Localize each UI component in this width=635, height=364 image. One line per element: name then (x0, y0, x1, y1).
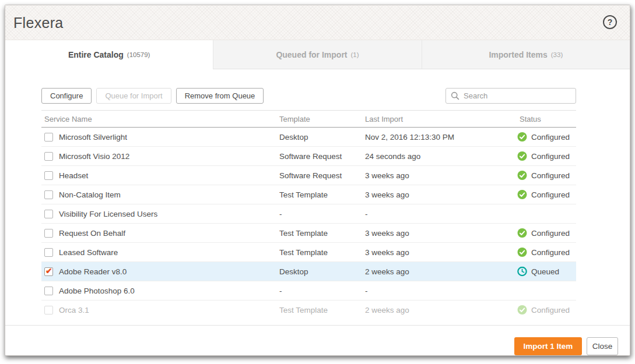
status-label: Configured (531, 248, 570, 257)
column-header-service-name[interactable]: Service Name (44, 115, 92, 123)
service-name-cell: Orca 3.1 (59, 306, 89, 314)
check-circle-icon (517, 248, 527, 257)
status-cell: Configured (517, 171, 570, 181)
tab-content: Configure Queue for Import Remove from Q… (5, 69, 630, 355)
status-label: Configured (531, 133, 570, 142)
status-label: Configured (531, 306, 570, 314)
status-label: Configured (531, 229, 570, 238)
status-cell: Configured (517, 151, 570, 161)
last-import-cell: 2 weeks ago (365, 267, 409, 276)
status-cell: Queued (517, 267, 559, 277)
row-checkbox[interactable] (44, 171, 53, 180)
app-title: Flexera (13, 14, 63, 31)
table-row[interactable]: Leased Software Test Template 3 weeks ag… (41, 243, 576, 262)
close-button[interactable]: Close (587, 337, 618, 355)
row-checkbox[interactable] (44, 267, 53, 276)
tab-bar: Entire Catalog (10579) Queued for Import… (5, 40, 630, 69)
template-cell: Desktop (279, 267, 308, 276)
last-import-cell: - (365, 287, 368, 295)
tab-imported-items[interactable]: Imported Items (33) (422, 40, 630, 69)
queue-for-import-button[interactable]: Queue for Import (96, 88, 171, 104)
row-checkbox[interactable] (44, 152, 53, 161)
configure-button[interactable]: Configure (41, 88, 92, 104)
last-import-cell: Nov 2, 2016 12:13:30 PM (365, 133, 454, 142)
table-row[interactable]: Orca 3.1 Test Template 2 weeks ago Confi… (41, 301, 576, 316)
status-cell: Configured (517, 305, 570, 315)
service-name-cell: Adobe Photoshop 6.0 (59, 287, 135, 295)
remove-from-queue-button[interactable]: Remove from Queue (176, 88, 264, 104)
template-cell: Software Request (279, 152, 342, 161)
import-items-button[interactable]: Import 1 Item (514, 337, 582, 355)
service-name-cell: Microsoft Visio 2012 (59, 152, 129, 161)
row-checkbox[interactable] (44, 306, 53, 314)
row-checkbox[interactable] (44, 229, 53, 238)
template-cell: Test Template (279, 248, 328, 257)
column-header-last-import[interactable]: Last Import (365, 115, 403, 123)
check-circle-icon (517, 171, 527, 181)
tab-count: (33) (551, 51, 563, 58)
template-cell: - (279, 210, 282, 218)
table-row[interactable]: Headset Software Request 3 weeks ago Con… (41, 166, 576, 185)
status-cell: Configured (517, 190, 570, 200)
table-body: Microsoft Silverlight Desktop Nov 2, 201… (41, 128, 576, 316)
row-checkbox[interactable] (44, 133, 53, 142)
catalog-table: Service Name Template Last Import Status… (41, 110, 576, 316)
search-icon (451, 91, 459, 100)
last-import-cell: - (365, 210, 368, 218)
template-cell: Test Template (279, 190, 328, 199)
row-checkbox[interactable] (44, 248, 53, 257)
last-import-cell: 3 weeks ago (365, 171, 409, 180)
status-label: Configured (531, 152, 570, 161)
table-header: Service Name Template Last Import Status (41, 110, 576, 128)
tab-entire-catalog[interactable]: Entire Catalog (10579) (5, 40, 213, 69)
search-box (445, 88, 576, 104)
check-circle-icon (517, 305, 527, 315)
column-header-template[interactable]: Template (279, 115, 310, 123)
tab-queued-for-import[interactable]: Queued for Import (1) (213, 40, 421, 69)
clock-icon (517, 267, 527, 277)
search-input[interactable] (464, 91, 571, 100)
toolbar: Configure Queue for Import Remove from Q… (41, 88, 576, 104)
row-checkbox[interactable] (44, 287, 53, 295)
flexera-dialog: Flexera ? Entire Catalog (10579) Queued … (5, 5, 630, 356)
row-checkbox[interactable] (44, 210, 53, 218)
check-circle-icon (517, 190, 527, 200)
status-label: Configured (531, 171, 570, 180)
footer-divider (5, 325, 630, 326)
tab-label: Imported Items (489, 50, 547, 59)
last-import-cell: 2 weeks ago (365, 306, 409, 314)
status-cell: Configured (517, 248, 570, 257)
check-circle-icon (517, 132, 527, 142)
service-name-cell: Request On Behalf (59, 229, 125, 238)
service-name-cell: Visibility For Licensed Users (59, 210, 157, 218)
check-circle-icon (517, 151, 527, 161)
check-circle-icon (517, 228, 527, 238)
status-cell: Configured (517, 228, 570, 238)
table-row[interactable]: Adobe Photoshop 6.0 - - (41, 281, 576, 301)
table-row[interactable]: Microsoft Silverlight Desktop Nov 2, 201… (41, 128, 576, 147)
table-row[interactable]: Microsoft Visio 2012 Software Request 24… (41, 147, 576, 166)
service-name-cell: Microsoft Silverlight (59, 133, 127, 142)
column-header-status[interactable]: Status (520, 115, 541, 123)
tab-label: Queued for Import (276, 50, 347, 59)
table-row[interactable]: Non-Catalog Item Test Template 3 weeks a… (41, 185, 576, 204)
tab-count: (10579) (127, 51, 150, 58)
template-cell: - (279, 287, 282, 295)
status-label: Configured (531, 190, 570, 199)
template-cell: Software Request (279, 171, 342, 180)
service-name-cell: Adobe Reader v8.0 (59, 267, 127, 276)
row-checkbox[interactable] (44, 190, 53, 199)
last-import-cell: 3 weeks ago (365, 190, 409, 199)
service-name-cell: Leased Software (59, 248, 118, 257)
tab-count: (1) (351, 51, 359, 58)
last-import-cell: 3 weeks ago (365, 248, 409, 257)
last-import-cell: 24 seconds ago (365, 152, 420, 161)
table-row[interactable]: Adobe Reader v8.0 Desktop 2 weeks ago Qu… (41, 262, 576, 281)
table-row[interactable]: Request On Behalf Test Template 3 weeks … (41, 224, 576, 243)
table-row[interactable]: Visibility For Licensed Users - - (41, 204, 576, 224)
template-cell: Test Template (279, 229, 328, 238)
template-cell: Test Template (279, 306, 328, 314)
template-cell: Desktop (279, 133, 308, 142)
last-import-cell: 3 weeks ago (365, 229, 409, 238)
question-mark-circle-icon[interactable]: ? (603, 15, 617, 29)
